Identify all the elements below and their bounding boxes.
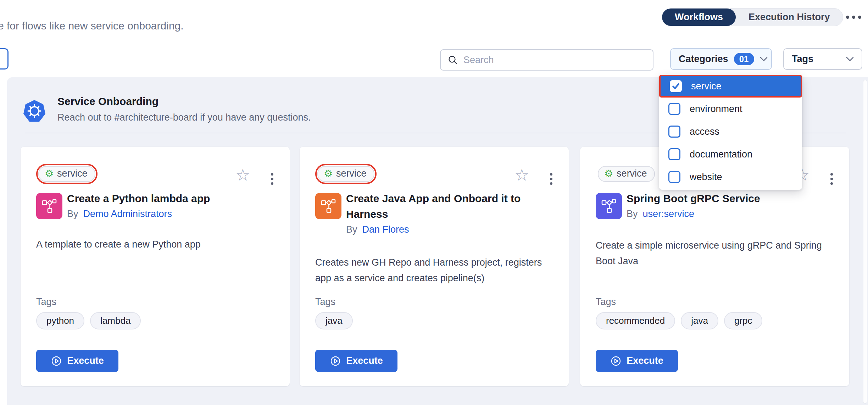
- card-description: Create a simple microservice using gRPC …: [596, 238, 837, 269]
- workflow-type-icon: [36, 193, 62, 219]
- dropdown-item-label: environment: [690, 104, 742, 115]
- execute-label: Execute: [67, 355, 104, 366]
- by-label: By: [67, 209, 78, 220]
- tab-execution-history[interactable]: Execution History: [736, 9, 843, 26]
- workflow-type-icon: [315, 193, 341, 219]
- tags-label: Tags: [315, 296, 335, 307]
- tags-filter[interactable]: Tags: [783, 48, 862, 70]
- categories-dropdown: service environment access documentation…: [659, 75, 802, 190]
- card-title: Spring Boot gRPC Service: [627, 191, 836, 206]
- tags-filter-label: Tags: [792, 54, 813, 65]
- card-description: Creates new GH Repo and Harness project,…: [315, 255, 556, 286]
- category-badge: ⚙ service: [38, 166, 95, 182]
- checkbox-unchecked[interactable]: [668, 171, 680, 183]
- author-link[interactable]: Dan Flores: [362, 224, 409, 235]
- workflow-type-icon: [596, 193, 622, 219]
- page-subtitle-partial: e for flows like new service onboarding.: [0, 20, 184, 32]
- dropdown-item-access[interactable]: access: [659, 120, 802, 143]
- tag-chip: grpc: [724, 312, 763, 329]
- highlight-ring: ⚙ service: [315, 164, 377, 184]
- search-box[interactable]: [440, 49, 653, 71]
- categories-filter[interactable]: Categories 01: [670, 48, 772, 70]
- search-icon: [448, 55, 458, 65]
- execute-label: Execute: [627, 355, 663, 366]
- tag-chip: java: [315, 312, 353, 329]
- kubernetes-icon: [23, 99, 46, 125]
- dropdown-item-label: access: [690, 126, 719, 137]
- gear-icon: ⚙: [324, 169, 333, 179]
- more-options-icon[interactable]: [846, 16, 861, 19]
- by-label: By: [346, 224, 357, 235]
- section-title: Service Onboarding: [57, 95, 158, 107]
- workflow-card: ⚙ service ☆ Create Java App and Onboard …: [300, 147, 569, 386]
- dropdown-item-website[interactable]: website: [659, 166, 802, 188]
- dropdown-item-label: website: [690, 172, 722, 183]
- card-title: Create a Python lambda app: [67, 191, 277, 206]
- execute-button[interactable]: Execute: [315, 350, 397, 372]
- execute-button[interactable]: Execute: [36, 350, 118, 372]
- category-badge-label: service: [617, 168, 647, 179]
- gear-icon: ⚙: [604, 169, 613, 179]
- workflow-card: ⚙ service ☆ Create a Python lambda app B…: [21, 147, 290, 386]
- execute-button[interactable]: Execute: [596, 350, 678, 372]
- tab-workflows[interactable]: Workflows: [662, 9, 736, 26]
- chevron-down-icon: [846, 57, 854, 62]
- chevron-down-icon: [760, 57, 768, 62]
- badge-wrap: ⚙ service: [596, 164, 657, 184]
- vertical-scrollbar[interactable]: [863, 80, 867, 404]
- tag-chip: lambda: [90, 312, 141, 329]
- category-badge: ⚙ service: [317, 166, 374, 182]
- checkbox-unchecked[interactable]: [668, 148, 680, 160]
- cutoff-button[interactable]: [0, 48, 9, 70]
- view-toggle: Workflows Execution History: [662, 8, 843, 26]
- card-description: A template to create a new Python app: [36, 237, 277, 252]
- card-title: Create Java App and Onboard it to Harnes…: [346, 191, 556, 222]
- tag-chip: python: [36, 312, 84, 329]
- search-input[interactable]: [463, 55, 646, 66]
- star-favorite-icon[interactable]: ☆: [235, 167, 250, 183]
- author-link[interactable]: Demo Administrators: [83, 209, 172, 220]
- kebab-menu-icon[interactable]: [549, 172, 554, 186]
- checkbox-checked[interactable]: [670, 80, 682, 92]
- kebab-menu-icon[interactable]: [269, 172, 275, 186]
- section-subtitle: Reach out to #architecture-board if you …: [57, 112, 311, 123]
- category-badge-label: service: [57, 168, 88, 179]
- checkbox-unchecked[interactable]: [668, 103, 680, 115]
- categories-count-badge: 01: [734, 53, 754, 65]
- star-favorite-icon[interactable]: ☆: [514, 167, 529, 183]
- by-label: By: [627, 209, 638, 220]
- tag-chip: recommended: [596, 312, 675, 329]
- tags-label: Tags: [596, 296, 616, 307]
- tags-label: Tags: [36, 296, 56, 307]
- dropdown-item-label: service: [691, 81, 722, 92]
- category-badge-label: service: [336, 168, 367, 179]
- highlight-ring: ⚙ service: [36, 164, 98, 184]
- author-link[interactable]: user:service: [643, 209, 695, 220]
- checkbox-unchecked[interactable]: [668, 126, 680, 138]
- categories-label: Categories: [679, 54, 728, 65]
- dropdown-item-documentation[interactable]: documentation: [659, 143, 802, 166]
- gear-icon: ⚙: [45, 169, 54, 179]
- kebab-menu-icon[interactable]: [829, 172, 834, 186]
- category-badge: ⚙ service: [598, 166, 655, 182]
- execute-label: Execute: [346, 355, 383, 366]
- dropdown-item-label: documentation: [690, 149, 752, 160]
- dropdown-item-service[interactable]: service: [659, 75, 802, 98]
- tag-chip: java: [681, 312, 718, 329]
- dropdown-item-environment[interactable]: environment: [659, 98, 802, 120]
